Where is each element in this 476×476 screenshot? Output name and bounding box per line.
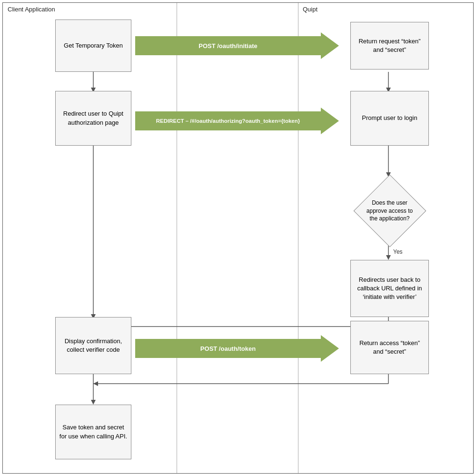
return-token-secret-box: Return request “token” and “secret” xyxy=(350,22,429,69)
diagram-container: Client Application Quipt xyxy=(2,2,474,474)
yes-label: Yes xyxy=(393,248,403,255)
svg-marker-17 xyxy=(91,400,96,405)
quipt-section-label: Quipt xyxy=(303,6,317,13)
approval-diamond: Does the user approve access to the appl… xyxy=(350,175,429,247)
divider-left xyxy=(177,3,177,473)
get-temp-token-box: Get Temporary Token xyxy=(55,20,131,72)
svg-marker-9 xyxy=(386,255,391,260)
save-token-box: Save token and secret for use when calli… xyxy=(55,405,131,459)
redirects-user-box: Redirects user back to callback URL defi… xyxy=(350,260,429,317)
client-section-label: Client Application xyxy=(8,6,55,13)
divider-right xyxy=(298,3,298,473)
redirect-user-box: Redirect user to Quipt authorization pag… xyxy=(55,91,131,146)
display-confirmation-box: Display confirmation, collect verifier c… xyxy=(55,317,131,374)
svg-marker-15 xyxy=(93,381,98,386)
post-initiate-arrow: POST /oauth/initiate xyxy=(135,32,339,59)
post-token-arrow: POST /oauth/token xyxy=(135,335,339,362)
redirect-arrow: REDIRECT – /#/oauth/authorizing?oauth_to… xyxy=(135,108,339,134)
prompt-user-box: Prompt user to login xyxy=(350,91,429,146)
return-access-box: Return access “token” and “secret” xyxy=(350,321,429,374)
